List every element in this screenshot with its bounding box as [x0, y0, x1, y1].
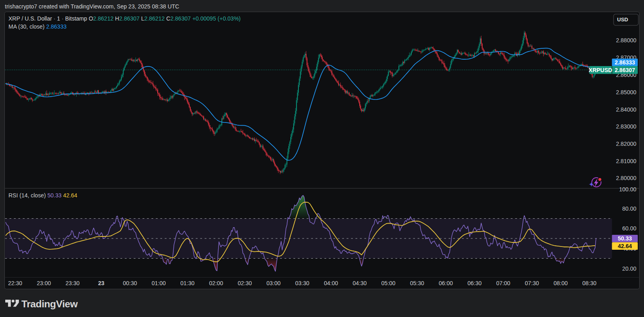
svg-text:06:30: 06:30 [467, 280, 481, 286]
svg-text:2.81000: 2.81000 [616, 158, 636, 164]
svg-text:07:30: 07:30 [525, 280, 539, 286]
svg-text:07:00: 07:00 [496, 280, 510, 286]
svg-text:01:00: 01:00 [152, 280, 166, 286]
svg-text:03:00: 03:00 [267, 280, 281, 286]
svg-text:06:00: 06:00 [439, 280, 453, 286]
svg-text:80.00: 80.00 [622, 205, 636, 212]
svg-text:MA (30, close) 2.86333: MA (30, close) 2.86333 [8, 23, 67, 30]
svg-text:02:30: 02:30 [238, 280, 252, 286]
svg-text:XRPUSD: XRPUSD [589, 67, 612, 73]
svg-text:05:00: 05:00 [381, 280, 396, 286]
svg-text:2.82000: 2.82000 [616, 141, 636, 147]
svg-text:05:30: 05:30 [410, 280, 424, 286]
svg-text:22:30: 22:30 [8, 280, 22, 286]
svg-text:20.00: 20.00 [622, 265, 636, 272]
svg-text:2.83000: 2.83000 [616, 123, 636, 130]
svg-text:42.64: 42.64 [618, 243, 632, 249]
svg-text:00:30: 00:30 [123, 280, 137, 286]
svg-text:04:00: 04:00 [324, 280, 338, 286]
svg-text:23:00: 23:00 [37, 280, 51, 286]
svg-text:50.33: 50.33 [618, 235, 632, 242]
svg-text:trishacrypto7 created with Tra: trishacrypto7 created with TradingView.c… [5, 3, 179, 10]
svg-text:XRP / U.S. Dollar · 1 · Bitsta: XRP / U.S. Dollar · 1 · Bitstamp O2.8621… [8, 15, 241, 22]
svg-text:2.80000: 2.80000 [616, 175, 636, 181]
svg-text:23: 23 [98, 280, 104, 286]
svg-text:01:30: 01:30 [180, 280, 194, 286]
svg-text:03:30: 03:30 [295, 280, 309, 286]
svg-text:02:00: 02:00 [209, 280, 223, 286]
svg-text:04:30: 04:30 [352, 280, 367, 286]
svg-text:2.85000: 2.85000 [616, 89, 636, 95]
svg-text:2.86307: 2.86307 [615, 67, 635, 73]
svg-text:2.88000: 2.88000 [616, 37, 636, 44]
svg-text:TradingView: TradingView [21, 298, 78, 309]
svg-text:100.00: 100.00 [619, 186, 636, 193]
svg-text:RSI (14, close) 50.33 42.64: RSI (14, close) 50.33 42.64 [8, 192, 77, 199]
svg-text:23:30: 23:30 [65, 280, 79, 286]
svg-text:60.00: 60.00 [622, 225, 636, 232]
svg-text:2.86333: 2.86333 [615, 59, 635, 66]
svg-text:USD: USD [617, 17, 628, 23]
svg-text:08:30: 08:30 [582, 280, 596, 286]
svg-text:08:00: 08:00 [554, 280, 568, 286]
svg-text:2.84000: 2.84000 [616, 106, 636, 113]
